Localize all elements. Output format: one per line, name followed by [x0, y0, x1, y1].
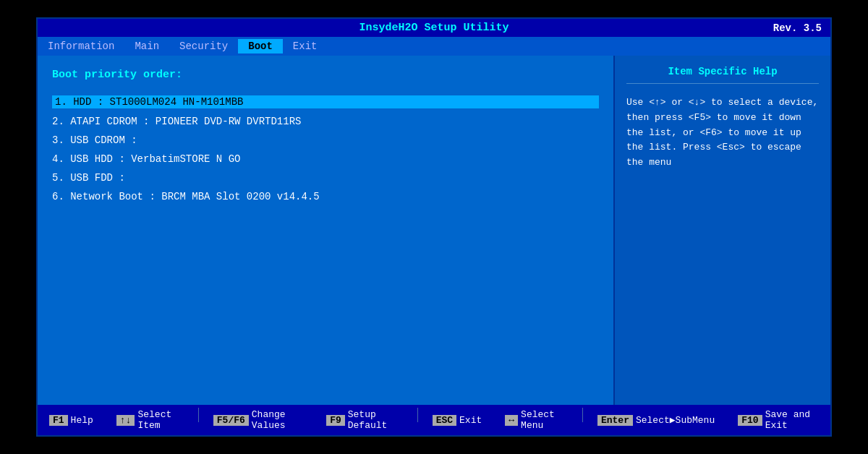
- boot-item-4[interactable]: 4. USB HDD : VerbatimSTORE N GO: [52, 153, 599, 165]
- status-key: F5/F6: [213, 415, 249, 426]
- status-label: Save and Exit: [765, 409, 819, 431]
- status-label: Change Values: [252, 409, 303, 431]
- status-item-[interactable]: ↔Select Menu: [493, 408, 579, 432]
- menu-item-exit[interactable]: Exit: [283, 39, 328, 53]
- boot-item-2[interactable]: 2. ATAPI CDROM : PIONEER DVD-RW DVRTD11R…: [52, 116, 599, 127]
- status-bar: F1Help↑↓Select ItemF5/F6Change ValuesF9S…: [38, 405, 830, 435]
- bios-revision: Rev. 3.5: [563, 22, 822, 34]
- status-divider: [417, 408, 418, 422]
- status-label: Setup Default: [348, 409, 403, 431]
- status-item-f9[interactable]: F9Setup Default: [315, 408, 414, 432]
- menu-item-security[interactable]: Security: [169, 39, 238, 53]
- help-panel-text: Use <↑> or <↓> to select a device, then …: [626, 95, 819, 171]
- main-content: Boot priority order: 1. HDD : ST1000LM02…: [38, 56, 830, 405]
- status-label: Select▶SubMenu: [636, 414, 715, 426]
- status-label: Exit: [459, 415, 482, 426]
- status-key: F10: [738, 415, 762, 426]
- menu-item-boot[interactable]: Boot: [238, 39, 283, 53]
- status-key: ↔: [505, 415, 518, 426]
- status-key: Enter: [597, 415, 633, 426]
- boot-item-1[interactable]: 1. HDD : ST1000LM024 HN-M101MBB: [52, 95, 599, 108]
- status-label: Help: [71, 415, 93, 426]
- status-key: ↑↓: [116, 415, 135, 426]
- bios-title: InsydeH2O Setup Utility: [305, 22, 563, 34]
- left-panel: Boot priority order: 1. HDD : ST1000LM02…: [38, 56, 613, 405]
- status-label: Select Menu: [521, 409, 568, 431]
- title-bar: InsydeH2O Setup Utility Rev. 3.5: [38, 19, 830, 37]
- status-item-f10[interactable]: F10Save and Exit: [726, 408, 830, 432]
- boot-item-3[interactable]: 3. USB CDROM :: [52, 134, 599, 146]
- right-panel: Item Specific Help Use <↑> or <↓> to sel…: [613, 56, 830, 405]
- status-divider: [582, 408, 583, 422]
- status-item-enter[interactable]: EnterSelect▶SubMenu: [586, 408, 726, 432]
- status-key: F9: [326, 415, 345, 426]
- help-panel-title: Item Specific Help: [626, 66, 819, 84]
- menu-bar: InformationMainSecurityBootExit: [38, 37, 830, 56]
- menu-item-information[interactable]: Information: [38, 39, 124, 53]
- status-item-[interactable]: ↑↓Select Item: [105, 408, 195, 432]
- status-key: ESC: [433, 415, 456, 426]
- boot-list: 1. HDD : ST1000LM024 HN-M101MBB2. ATAPI …: [52, 95, 599, 202]
- boot-item-6[interactable]: 6. Network Boot : BRCM MBA Slot 0200 v14…: [52, 191, 599, 202]
- status-item-f1[interactable]: F1Help: [38, 408, 105, 432]
- status-key: F1: [49, 415, 68, 426]
- boot-item-5[interactable]: 5. USB FDD :: [52, 172, 599, 184]
- bios-screen: InsydeH2O Setup Utility Rev. 3.5 Informa…: [36, 17, 832, 437]
- boot-priority-title: Boot priority order:: [52, 69, 599, 81]
- status-divider: [198, 408, 199, 422]
- status-label: Select Item: [137, 409, 183, 431]
- status-item-f5f6[interactable]: F5/F6Change Values: [202, 408, 315, 432]
- status-item-esc[interactable]: ESCExit: [421, 408, 494, 432]
- menu-item-main[interactable]: Main: [124, 39, 169, 53]
